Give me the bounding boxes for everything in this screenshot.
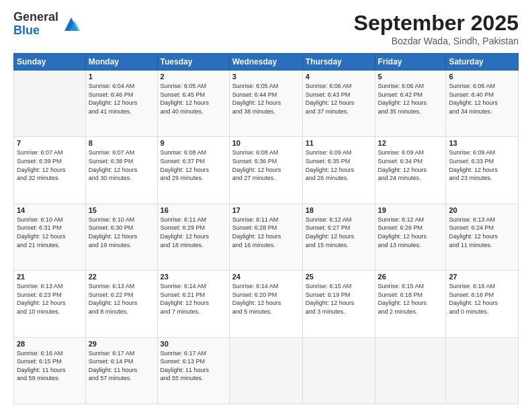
day-number: 12	[378, 139, 443, 147]
day-info: Sunrise: 6:13 AM Sunset: 6:22 PM Dayligh…	[89, 282, 154, 316]
header-cell-monday: Monday	[85, 54, 157, 71]
day-cell: 12Sunrise: 6:09 AM Sunset: 6:34 PM Dayli…	[375, 137, 446, 203]
day-cell: 15Sunrise: 6:10 AM Sunset: 6:30 PM Dayli…	[85, 203, 157, 270]
day-cell: 7Sunrise: 6:07 AM Sunset: 6:39 PM Daylig…	[14, 137, 86, 203]
day-info: Sunrise: 6:14 AM Sunset: 6:21 PM Dayligh…	[161, 282, 226, 316]
header-cell-friday: Friday	[375, 54, 446, 71]
week-row-2: 7Sunrise: 6:07 AM Sunset: 6:39 PM Daylig…	[14, 137, 519, 203]
day-info: Sunrise: 6:15 AM Sunset: 6:18 PM Dayligh…	[378, 282, 443, 316]
week-row-1: 1Sunrise: 6:04 AM Sunset: 6:46 PM Daylig…	[14, 71, 519, 137]
location: Bozdar Wada, Sindh, Pakistan	[354, 36, 519, 46]
day-info: Sunrise: 6:12 AM Sunset: 6:27 PM Dayligh…	[306, 216, 372, 249]
day-info: Sunrise: 6:10 AM Sunset: 6:30 PM Dayligh…	[89, 216, 154, 249]
logo-blue: Blue	[13, 24, 58, 38]
day-number: 16	[161, 206, 226, 214]
day-cell: 16Sunrise: 6:11 AM Sunset: 6:29 PM Dayli…	[157, 203, 229, 270]
day-info: Sunrise: 6:17 AM Sunset: 6:13 PM Dayligh…	[161, 349, 226, 383]
day-cell: 23Sunrise: 6:14 AM Sunset: 6:21 PM Dayli…	[157, 271, 229, 337]
day-cell: 27Sunrise: 6:16 AM Sunset: 6:16 PM Dayli…	[446, 271, 519, 337]
week-row-5: 28Sunrise: 6:16 AM Sunset: 6:15 PM Dayli…	[14, 337, 519, 404]
day-cell	[446, 337, 519, 404]
day-info: Sunrise: 6:09 AM Sunset: 6:34 PM Dayligh…	[378, 148, 443, 182]
header-cell-wednesday: Wednesday	[229, 54, 302, 71]
day-cell	[375, 337, 446, 404]
title-area: September 2025 Bozdar Wada, Sindh, Pakis…	[354, 11, 519, 46]
day-number: 24	[232, 273, 300, 281]
day-info: Sunrise: 6:09 AM Sunset: 6:33 PM Dayligh…	[449, 148, 515, 182]
calendar-body: 1Sunrise: 6:04 AM Sunset: 6:46 PM Daylig…	[14, 71, 519, 404]
day-cell: 8Sunrise: 6:07 AM Sunset: 6:38 PM Daylig…	[85, 137, 157, 203]
day-cell	[229, 337, 302, 404]
day-cell: 22Sunrise: 6:13 AM Sunset: 6:22 PM Dayli…	[85, 271, 157, 337]
day-info: Sunrise: 6:14 AM Sunset: 6:20 PM Dayligh…	[232, 282, 300, 316]
day-number: 21	[17, 273, 83, 281]
day-info: Sunrise: 6:13 AM Sunset: 6:24 PM Dayligh…	[449, 216, 515, 249]
day-number: 11	[306, 139, 372, 147]
day-number: 29	[89, 340, 154, 348]
header-row: SundayMondayTuesdayWednesdayThursdayFrid…	[14, 54, 519, 71]
day-cell: 1Sunrise: 6:04 AM Sunset: 6:46 PM Daylig…	[85, 71, 157, 137]
day-info: Sunrise: 6:05 AM Sunset: 6:45 PM Dayligh…	[161, 82, 226, 116]
day-info: Sunrise: 6:10 AM Sunset: 6:31 PM Dayligh…	[17, 216, 83, 249]
header-cell-tuesday: Tuesday	[157, 54, 229, 71]
day-info: Sunrise: 6:15 AM Sunset: 6:19 PM Dayligh…	[306, 282, 372, 316]
header: General Blue September 2025 Bozdar Wada,…	[13, 11, 519, 46]
day-number: 20	[449, 206, 515, 214]
day-cell: 26Sunrise: 6:15 AM Sunset: 6:18 PM Dayli…	[375, 271, 446, 337]
day-number: 6	[449, 73, 515, 81]
day-cell: 18Sunrise: 6:12 AM Sunset: 6:27 PM Dayli…	[302, 203, 375, 270]
day-info: Sunrise: 6:11 AM Sunset: 6:29 PM Dayligh…	[161, 216, 226, 249]
day-number: 23	[161, 273, 226, 281]
day-number: 2	[161, 73, 226, 81]
day-number: 8	[89, 139, 154, 147]
day-info: Sunrise: 6:05 AM Sunset: 6:44 PM Dayligh…	[232, 82, 300, 116]
calendar-header: SundayMondayTuesdayWednesdayThursdayFrid…	[14, 54, 519, 71]
day-number: 25	[306, 273, 372, 281]
day-info: Sunrise: 6:06 AM Sunset: 6:40 PM Dayligh…	[449, 82, 515, 116]
day-cell	[14, 71, 86, 137]
day-number: 15	[89, 206, 154, 214]
day-number: 19	[378, 206, 443, 214]
day-cell: 25Sunrise: 6:15 AM Sunset: 6:19 PM Dayli…	[302, 271, 375, 337]
week-row-3: 14Sunrise: 6:10 AM Sunset: 6:31 PM Dayli…	[14, 203, 519, 270]
day-info: Sunrise: 6:07 AM Sunset: 6:38 PM Dayligh…	[89, 148, 154, 182]
day-info: Sunrise: 6:06 AM Sunset: 6:43 PM Dayligh…	[306, 82, 372, 116]
day-cell: 13Sunrise: 6:09 AM Sunset: 6:33 PM Dayli…	[446, 137, 519, 203]
day-info: Sunrise: 6:16 AM Sunset: 6:15 PM Dayligh…	[17, 349, 83, 383]
day-info: Sunrise: 6:08 AM Sunset: 6:37 PM Dayligh…	[161, 148, 226, 182]
logo-icon	[61, 14, 81, 34]
day-info: Sunrise: 6:04 AM Sunset: 6:46 PM Dayligh…	[89, 82, 154, 116]
day-info: Sunrise: 6:11 AM Sunset: 6:28 PM Dayligh…	[232, 216, 300, 249]
logo: General Blue	[13, 11, 81, 38]
day-cell: 30Sunrise: 6:17 AM Sunset: 6:13 PM Dayli…	[157, 337, 229, 404]
header-cell-saturday: Saturday	[446, 54, 519, 71]
day-cell: 24Sunrise: 6:14 AM Sunset: 6:20 PM Dayli…	[229, 271, 302, 337]
day-number: 10	[232, 139, 300, 147]
day-cell: 11Sunrise: 6:09 AM Sunset: 6:35 PM Dayli…	[302, 137, 375, 203]
day-info: Sunrise: 6:08 AM Sunset: 6:36 PM Dayligh…	[232, 148, 300, 182]
day-cell: 28Sunrise: 6:16 AM Sunset: 6:15 PM Dayli…	[14, 337, 86, 404]
day-number: 3	[232, 73, 300, 81]
day-number: 18	[306, 206, 372, 214]
day-number: 9	[161, 139, 226, 147]
day-cell: 6Sunrise: 6:06 AM Sunset: 6:40 PM Daylig…	[446, 71, 519, 137]
day-cell: 14Sunrise: 6:10 AM Sunset: 6:31 PM Dayli…	[14, 203, 86, 270]
day-info: Sunrise: 6:12 AM Sunset: 6:26 PM Dayligh…	[378, 216, 443, 249]
day-cell	[302, 337, 375, 404]
page: General Blue September 2025 Bozdar Wada,…	[0, 0, 532, 411]
day-cell: 17Sunrise: 6:11 AM Sunset: 6:28 PM Dayli…	[229, 203, 302, 270]
day-info: Sunrise: 6:09 AM Sunset: 6:35 PM Dayligh…	[306, 148, 372, 182]
day-cell: 4Sunrise: 6:06 AM Sunset: 6:43 PM Daylig…	[302, 71, 375, 137]
day-cell: 29Sunrise: 6:17 AM Sunset: 6:14 PM Dayli…	[85, 337, 157, 404]
day-number: 27	[449, 273, 515, 281]
day-cell: 5Sunrise: 6:06 AM Sunset: 6:42 PM Daylig…	[375, 71, 446, 137]
day-cell: 10Sunrise: 6:08 AM Sunset: 6:36 PM Dayli…	[229, 137, 302, 203]
day-info: Sunrise: 6:13 AM Sunset: 6:23 PM Dayligh…	[17, 282, 83, 316]
logo-general: General	[13, 11, 58, 24]
day-number: 1	[89, 73, 154, 81]
day-cell: 9Sunrise: 6:08 AM Sunset: 6:37 PM Daylig…	[157, 137, 229, 203]
day-cell: 20Sunrise: 6:13 AM Sunset: 6:24 PM Dayli…	[446, 203, 519, 270]
week-row-4: 21Sunrise: 6:13 AM Sunset: 6:23 PM Dayli…	[14, 271, 519, 337]
day-number: 30	[161, 340, 226, 348]
calendar: SundayMondayTuesdayWednesdayThursdayFrid…	[13, 53, 519, 404]
